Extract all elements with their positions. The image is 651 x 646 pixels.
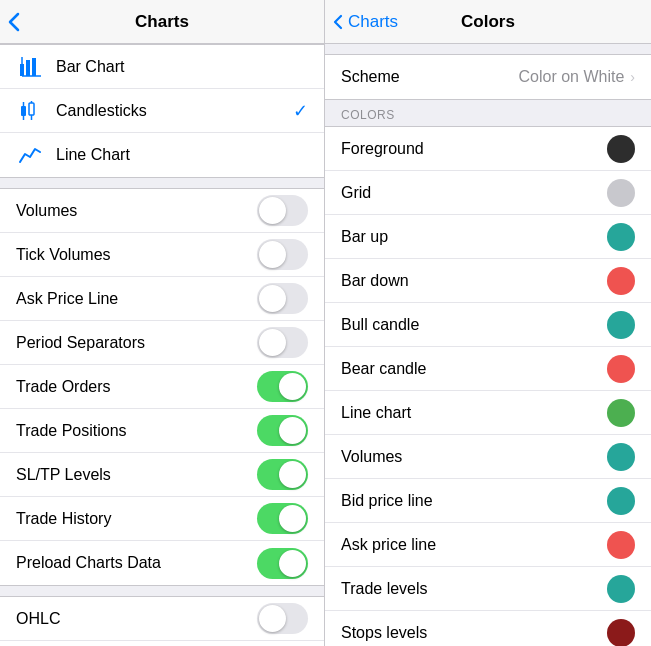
color-item-bar_down[interactable]: Bar down <box>325 259 651 303</box>
color-item-volumes[interactable]: Volumes <box>325 435 651 479</box>
color-item-bull_candle[interactable]: Bull candle <box>325 303 651 347</box>
bar-chart-icon <box>16 53 44 81</box>
svg-rect-8 <box>29 103 34 115</box>
left-back-button[interactable] <box>8 12 20 32</box>
preload-charts-data-toggle[interactable] <box>257 548 308 579</box>
color-item-bid_price_line[interactable]: Bid price line <box>325 479 651 523</box>
ohlc-item: OHLC <box>0 597 324 641</box>
tick-volumes-item: Tick Volumes <box>0 233 324 277</box>
volumes-thumb <box>259 197 286 224</box>
ohlc-toggle[interactable] <box>257 603 308 634</box>
line-chart-icon <box>16 141 44 169</box>
ohlc-thumb <box>259 605 286 632</box>
color-dot-bid_price_line <box>607 487 635 515</box>
color-dot-bull_candle <box>607 311 635 339</box>
color-dot-ask_price_line <box>607 531 635 559</box>
trade-orders-label: Trade Orders <box>16 378 257 396</box>
line-chart-label: Line Chart <box>56 146 308 164</box>
svg-rect-5 <box>21 106 26 116</box>
color-dot-trade_levels <box>607 575 635 603</box>
period-separators-track <box>257 327 308 358</box>
trade-history-label: Trade History <box>16 510 257 528</box>
color-dot-foreground <box>607 135 635 163</box>
sl-tp-levels-toggle[interactable] <box>257 459 308 490</box>
right-back-button[interactable]: Charts <box>333 12 398 32</box>
color-item-ask_price_line[interactable]: Ask price line <box>325 523 651 567</box>
right-back-label: Charts <box>348 12 398 32</box>
right-panel: Charts Colors Scheme Color on White › CO… <box>325 0 651 646</box>
preload-charts-data-label: Preload Charts Data <box>16 554 257 572</box>
color-label-stops_levels: Stops levels <box>341 624 607 642</box>
color-item-bar_up[interactable]: Bar up <box>325 215 651 259</box>
color-dot-stops_levels <box>607 619 635 646</box>
scheme-label: Scheme <box>341 68 519 86</box>
trade-history-toggle[interactable] <box>257 503 308 534</box>
ohlc-label: OHLC <box>16 610 257 628</box>
preload-charts-data-item: Preload Charts Data <box>0 541 324 585</box>
line-chart-item[interactable]: Line Chart <box>0 133 324 177</box>
bar-chart-label: Bar Chart <box>56 58 308 76</box>
toggles-section-2: OHLC Data Window One Click Trading <box>0 596 324 646</box>
trade-positions-toggle[interactable] <box>257 415 308 446</box>
color-label-bull_candle: Bull candle <box>341 316 607 334</box>
tick-volumes-track <box>257 239 308 270</box>
right-nav-header: Charts Colors <box>325 0 651 44</box>
sl-tp-levels-thumb <box>279 461 306 488</box>
colors-section-header: COLORS <box>325 100 651 126</box>
color-label-line_chart: Line chart <box>341 404 607 422</box>
candlesticks-item[interactable]: Candlesticks ✓ <box>0 89 324 133</box>
preload-charts-data-track <box>257 548 308 579</box>
right-title: Colors <box>461 12 515 32</box>
trade-history-thumb <box>279 505 306 532</box>
toggles-section-1: Volumes Tick Volumes Ask Price Line <box>0 188 324 586</box>
right-spacer-top <box>325 44 651 54</box>
spacer-1 <box>0 178 324 188</box>
color-item-stops_levels[interactable]: Stops levels <box>325 611 651 646</box>
sl-tp-levels-label: SL/TP Levels <box>16 466 257 484</box>
right-content: Scheme Color on White › COLORS Foregroun… <box>325 44 651 646</box>
trade-positions-thumb <box>279 417 306 444</box>
left-title: Charts <box>135 12 189 32</box>
period-separators-toggle[interactable] <box>257 327 308 358</box>
color-dot-bear_candle <box>607 355 635 383</box>
tick-volumes-thumb <box>259 241 286 268</box>
left-nav-header: Charts <box>0 0 324 44</box>
bar-chart-item[interactable]: Bar Chart <box>0 45 324 89</box>
svg-rect-2 <box>32 58 36 76</box>
scheme-item[interactable]: Scheme Color on White › <box>325 55 651 99</box>
volumes-toggle[interactable] <box>257 195 308 226</box>
tick-volumes-toggle[interactable] <box>257 239 308 270</box>
trade-history-track <box>257 503 308 534</box>
color-item-foreground[interactable]: Foreground <box>325 127 651 171</box>
color-item-trade_levels[interactable]: Trade levels <box>325 567 651 611</box>
period-separators-item: Period Separators <box>0 321 324 365</box>
trade-positions-item: Trade Positions <box>0 409 324 453</box>
trade-orders-toggle[interactable] <box>257 371 308 402</box>
volumes-track <box>257 195 308 226</box>
ask-price-line-thumb <box>259 285 286 312</box>
tick-volumes-label: Tick Volumes <box>16 246 257 264</box>
color-label-trade_levels: Trade levels <box>341 580 607 598</box>
color-dot-line_chart <box>607 399 635 427</box>
scheme-value: Color on White <box>519 68 625 86</box>
color-label-grid: Grid <box>341 184 607 202</box>
ask-price-line-label: Ask Price Line <box>16 290 257 308</box>
color-dot-volumes <box>607 443 635 471</box>
candlesticks-label: Candlesticks <box>56 102 293 120</box>
color-item-grid[interactable]: Grid <box>325 171 651 215</box>
data-window-item: Data Window <box>0 641 324 646</box>
color-dot-grid <box>607 179 635 207</box>
scheme-chevron-icon: › <box>630 69 635 85</box>
color-label-foreground: Foreground <box>341 140 607 158</box>
ohlc-track <box>257 603 308 634</box>
color-label-bear_candle: Bear candle <box>341 360 607 378</box>
volumes-label: Volumes <box>16 202 257 220</box>
chart-type-section: Bar Chart Candlesticks ✓ <box>0 44 324 178</box>
color-dot-bar_down <box>607 267 635 295</box>
color-label-ask_price_line: Ask price line <box>341 536 607 554</box>
candlesticks-checkmark: ✓ <box>293 100 308 122</box>
color-label-bid_price_line: Bid price line <box>341 492 607 510</box>
color-item-line_chart[interactable]: Line chart <box>325 391 651 435</box>
ask-price-line-toggle[interactable] <box>257 283 308 314</box>
color-item-bear_candle[interactable]: Bear candle <box>325 347 651 391</box>
